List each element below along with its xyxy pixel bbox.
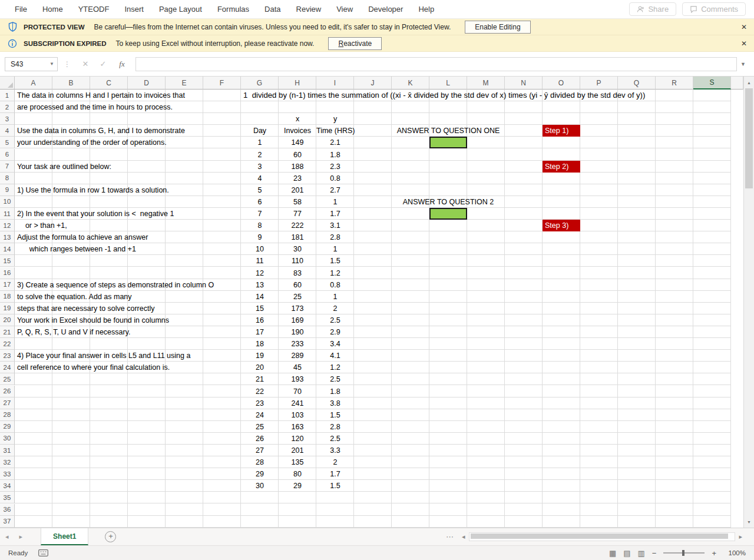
row-header-31[interactable]: 31 — [0, 445, 15, 456]
menu-item-insert[interactable]: Insert — [117, 0, 151, 18]
row-header-37[interactable]: 37 — [0, 516, 15, 528]
cell-G16[interactable]: 12 — [241, 267, 279, 279]
cell-I5[interactable]: 2.1 — [316, 137, 354, 148]
cell-I16[interactable]: 1.2 — [316, 267, 354, 279]
cell-I3[interactable]: y — [316, 113, 354, 125]
cell-G31[interactable]: 27 — [241, 445, 279, 456]
col-header-B[interactable]: B — [52, 77, 90, 90]
cell-I8[interactable]: 0.8 — [316, 173, 354, 184]
menu-item-formulas[interactable]: Formulas — [210, 0, 257, 18]
cell-H12[interactable]: 222 — [279, 220, 316, 231]
cell-H13[interactable]: 181 — [279, 231, 316, 243]
cell-G30[interactable]: 26 — [241, 433, 279, 445]
cell-I22[interactable]: 3.4 — [316, 338, 354, 350]
cell-I15[interactable]: 1.5 — [316, 255, 354, 267]
cell-H16[interactable]: 83 — [279, 267, 316, 279]
cell-A1[interactable]: The data in columns H and I pertain to i… — [15, 90, 185, 101]
zoom-in-icon[interactable]: + — [712, 549, 716, 558]
cell-A13[interactable]: Adjust the formula to achieve an answer — [15, 231, 148, 243]
cell-L11[interactable] — [429, 208, 467, 220]
menu-item-developer[interactable]: Developer — [361, 0, 411, 18]
cell-H22[interactable]: 233 — [279, 338, 316, 350]
cell-I14[interactable]: 1 — [316, 243, 354, 255]
cell-G20[interactable]: 16 — [241, 314, 279, 326]
row-header-33[interactable]: 33 — [0, 468, 15, 480]
cell-G17[interactable]: 13 — [241, 279, 279, 291]
row-header-32[interactable]: 32 — [0, 456, 15, 468]
col-header-L[interactable]: L — [429, 77, 467, 90]
new-sheet-button[interactable]: + — [105, 531, 116, 542]
cell-H14[interactable]: 30 — [279, 243, 316, 255]
cell-K10[interactable]: ANSWER TO QUESTION 2 — [392, 196, 505, 208]
cell-G26[interactable]: 22 — [241, 386, 279, 397]
page-break-view-icon[interactable]: ▥ — [638, 549, 645, 558]
cell-H23[interactable]: 289 — [279, 350, 316, 362]
cell-I30[interactable]: 2.5 — [316, 433, 354, 445]
row-header-8[interactable]: 8 — [0, 173, 15, 184]
cell-G4[interactable]: Day — [241, 125, 279, 137]
row-header-7[interactable]: 7 — [0, 161, 15, 173]
cell-H15[interactable]: 110 — [279, 255, 316, 267]
col-header-A[interactable]: A — [15, 77, 52, 90]
cell-H5[interactable]: 149 — [279, 137, 316, 148]
menu-item-data[interactable]: Data — [257, 0, 288, 18]
vertical-scroll-thumb[interactable] — [745, 88, 753, 188]
cell-I20[interactable]: 2.5 — [316, 314, 354, 326]
menu-item-home[interactable]: Home — [35, 0, 71, 18]
row-header-11[interactable]: 11 — [0, 208, 15, 220]
cell-H34[interactable]: 29 — [279, 480, 316, 492]
zoom-level[interactable]: 100% — [723, 549, 746, 556]
col-header-Q[interactable]: Q — [618, 77, 656, 90]
reactivate-button[interactable]: Reactivate — [328, 37, 382, 50]
cell-G34[interactable]: 30 — [241, 480, 279, 492]
row-header-15[interactable]: 15 — [0, 255, 15, 267]
cell-G32[interactable]: 28 — [241, 456, 279, 468]
cell-G29[interactable]: 25 — [241, 421, 279, 433]
cell-I21[interactable]: 2.9 — [316, 326, 354, 338]
cell-I23[interactable]: 4.1 — [316, 350, 354, 362]
cell-H31[interactable]: 201 — [279, 445, 316, 456]
accessibility-icon[interactable] — [38, 549, 48, 556]
cell-I33[interactable]: 1.7 — [316, 468, 354, 480]
cell-G6[interactable]: 2 — [241, 149, 279, 161]
protected-banner-close-icon[interactable]: ✕ — [741, 23, 747, 31]
cell-H29[interactable]: 163 — [279, 421, 316, 433]
cell-A12[interactable]: or > than +1, — [15, 220, 67, 231]
cell-H10[interactable]: 58 — [279, 196, 316, 208]
cell-I12[interactable]: 3.1 — [316, 220, 354, 231]
row-header-4[interactable]: 4 — [0, 125, 15, 137]
cell-H21[interactable]: 190 — [279, 326, 316, 338]
cell-A23[interactable]: 4) Place your final answer in cells L5 a… — [15, 350, 190, 362]
row-header-2[interactable]: 2 — [0, 101, 15, 113]
col-header-D[interactable]: D — [128, 77, 166, 90]
cell-H17[interactable]: 60 — [279, 279, 316, 291]
cell-G12[interactable]: 8 — [241, 220, 279, 231]
cell-I31[interactable]: 3.3 — [316, 445, 354, 456]
cell-I11[interactable]: 1.7 — [316, 208, 354, 220]
cell-H24[interactable]: 45 — [279, 362, 316, 373]
row-header-3[interactable]: 3 — [0, 113, 15, 125]
cell-G23[interactable]: 19 — [241, 350, 279, 362]
col-header-N[interactable]: N — [505, 77, 543, 90]
row-header-22[interactable]: 22 — [0, 338, 15, 350]
confirm-icon[interactable]: ✓ — [94, 59, 112, 68]
menu-item-file[interactable]: File — [7, 0, 35, 18]
row-header-13[interactable]: 13 — [0, 231, 15, 243]
col-header-I[interactable]: I — [316, 77, 354, 90]
row-header-10[interactable]: 10 — [0, 196, 15, 208]
cell-G13[interactable]: 9 — [241, 231, 279, 243]
horizontal-scrollbar[interactable]: ◂ ▸ — [458, 532, 746, 541]
cell-A18[interactable]: to solve the equation. Add as many — [15, 291, 132, 303]
col-header-F[interactable]: F — [203, 77, 241, 90]
cell-O12[interactable]: Step 3) — [543, 220, 580, 231]
cell-H30[interactable]: 120 — [279, 433, 316, 445]
cell-G9[interactable]: 5 — [241, 184, 279, 196]
cell-G25[interactable]: 21 — [241, 373, 279, 385]
cell-H28[interactable]: 103 — [279, 409, 316, 421]
hscroll-track[interactable] — [469, 532, 736, 541]
cell-H6[interactable]: 60 — [279, 149, 316, 161]
row-header-20[interactable]: 20 — [0, 314, 15, 326]
sheet-tab-sheet1[interactable]: Sheet1 — [41, 528, 88, 545]
cell-G27[interactable]: 23 — [241, 397, 279, 409]
col-header-S[interactable]: S — [693, 77, 731, 90]
